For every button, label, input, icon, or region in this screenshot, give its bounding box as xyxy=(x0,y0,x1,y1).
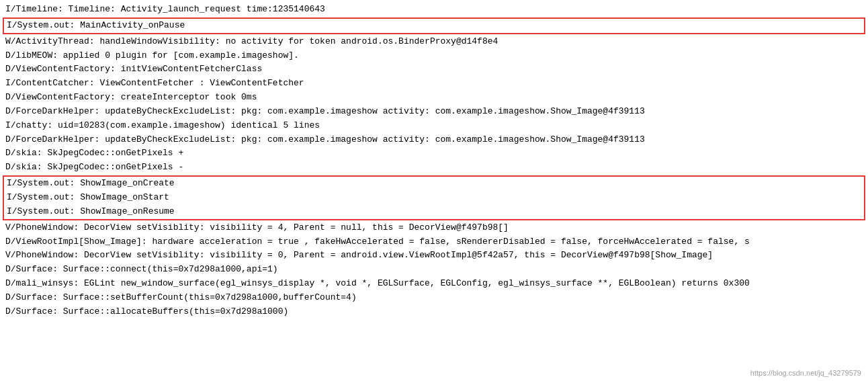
log-line-line21: D/Surface: Surface::setBufferCount(this=… xyxy=(0,291,868,305)
log-line-line4: D/libMEOW: applied 0 plugin for [com.exa… xyxy=(0,49,868,63)
log-line-line6: I/ContentCatcher: ViewContentFetcher : V… xyxy=(0,77,868,91)
log-line-line22: D/Surface: Surface::allocateBuffers(this… xyxy=(0,305,868,319)
log-line-line8: D/ForceDarkHelper: updateByCheckExcludeL… xyxy=(0,105,868,119)
watermark: https://blog.csdn.net/jq_43279579 xyxy=(750,369,861,377)
log-line-line3: W/ActivityThread: handleWindowVisibility… xyxy=(0,35,868,49)
log-line-line11: D/skia: SkJpegCodec::onGetPixels + xyxy=(0,146,868,161)
log-line-line18: V/PhoneWindow: DecorView setVisiblity: v… xyxy=(0,249,868,263)
log-line-line9: I/chatty: uid=10283(com.example.imagesho… xyxy=(0,119,868,133)
log-line-line20: D/mali_winsys: EGLint new_window_surface… xyxy=(0,277,868,291)
log-line-line7: D/ViewContentFactory: createInterceptor … xyxy=(0,91,868,105)
log-line-line14: I/System.out: ShowImage_onStart xyxy=(4,191,864,205)
log-line-line12: D/skia: SkJpegCodec::onGetPixels - xyxy=(0,161,868,175)
log-line-line5: D/ViewContentFactory: initViewContentFet… xyxy=(0,62,868,77)
highlight-single-line2: I/System.out: MainActivity_onPause xyxy=(3,17,865,34)
highlight-group-group1: I/System.out: ShowImage_onCreateI/System… xyxy=(3,175,865,220)
log-line-line16: V/PhoneWindow: DecorView setVisiblity: v… xyxy=(0,221,868,235)
log-line-line17: D/ViewRootImpl[Show_Image]: hardware acc… xyxy=(0,235,868,249)
log-line-line13: I/System.out: ShowImage_onCreate xyxy=(4,177,864,191)
log-line-line10: D/ForceDarkHelper: updateByCheckExcludeL… xyxy=(0,133,868,147)
log-line-line1: I/Timeline: Timeline: Activity_launch_re… xyxy=(0,3,868,17)
log-line-line19: D/Surface: Surface::connect(this=0x7d298… xyxy=(0,263,868,277)
log-line-line15: I/System.out: ShowImage_onResume xyxy=(4,205,864,219)
log-container: I/Timeline: Timeline: Activity_launch_re… xyxy=(0,0,868,381)
